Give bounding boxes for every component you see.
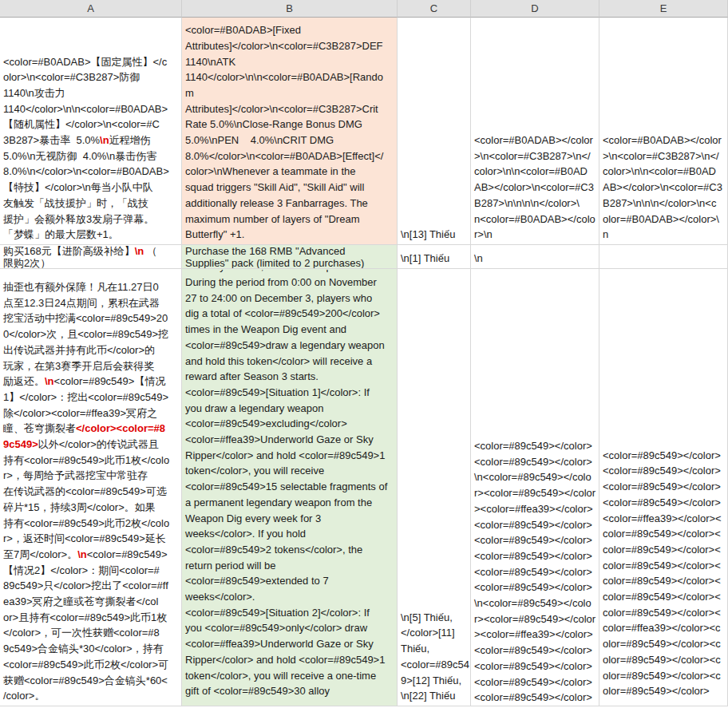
cell-text: additionally release 3 Fanbarrages. The <box>185 197 368 209</box>
text-line: 抽歪也有额外保障！凡在11.27日0 <box>3 279 179 295</box>
cell-a1[interactable]: <color=#B0ADAB>【固定属性】</color>\n<color=#C… <box>0 18 182 245</box>
cell-text: <color=#B0ADAB>[Fixed <box>185 24 301 36</box>
cell-text: 【特技】</color>\n每当小队中队 <box>3 181 153 193</box>
text-line: ><color=#ffea39></color> <box>474 627 596 643</box>
cell-text: 以外</color>的传说武器且 <box>38 438 159 450</box>
cell-text: and hold this token</color> will receive… <box>185 355 372 367</box>
cell-text: <color=#89c549></color> <box>474 676 592 688</box>
cell-d3[interactable]: <color=#89c549></color><color=#89c549></… <box>471 269 599 706</box>
cell-c3[interactable]: \n[5] Thiếu,</color>[11]Thiếu,<color=#89… <box>398 269 471 706</box>
cell-text: n <box>603 228 608 240</box>
cell-text: ><color=#ffea39></color> <box>474 628 593 640</box>
cell-text: <color=#89c549></color> <box>474 691 592 703</box>
cell-d1[interactable]: <color=#B0ADAB></color>\n<color=#C3B287>… <box>471 18 599 245</box>
cell-a3[interactable]: 抽歪也有额外保障！凡在11.27日0点至12.3日24点期间，累积在武器挖宝活动… <box>0 269 182 706</box>
cell-text: /color>。 <box>3 690 45 702</box>
cell-c1[interactable]: \n[13] Thiếu <box>398 18 471 245</box>
text-line: <color=#B0ADAB></color <box>603 133 725 148</box>
text-line: Thiếu, <box>401 641 468 657</box>
cell-text: 至7周</color>。 <box>3 548 77 560</box>
text-line: 9c549>以外</color>的传说武器且 <box>3 437 179 453</box>
text-line: r><color=#89c549></color <box>474 485 596 501</box>
cell-text: r>，每周给予武器挖宝中常驻存 <box>3 469 148 481</box>
text-line: Purchase the 168 RMB "Advanced <box>185 245 394 257</box>
cell-text: <color=#89c549></color> <box>603 496 721 508</box>
cell-text: maximum number of layers of "Dream <box>185 213 359 225</box>
cell-e2[interactable] <box>599 245 728 269</box>
text-line: r>，返还时间<color=#89c549>延长 <box>3 531 179 547</box>
text-line: <color=#B0ADAB></color <box>474 133 596 148</box>
cell-text: 5.0%\nPEN 4.0%\nCRIT DMG <box>185 134 334 146</box>
text-line: <color=#89c549></color> <box>603 448 725 464</box>
cell-text: 购买168元【进阶高级补给】 <box>3 245 135 257</box>
cell-text: Rate 5.0%\nClose-Range Bonus DMG <box>185 118 362 130</box>
text-line: 瞳、苍穹撕裂者</color><color=#8 <box>3 421 179 437</box>
red-escape-text: \n <box>77 548 87 560</box>
cell-text: Purchase the 168 RMB "Advanced <box>185 245 345 257</box>
cell-c2[interactable]: \n[1] Thiếu <box>398 245 471 269</box>
cell-text: Ripper</color> and hold <color=#89c549>1 <box>185 654 385 666</box>
cell-text: you <color=#89c549>only</color> draw <box>185 622 367 634</box>
cell-text: </color>[11] <box>401 627 455 639</box>
text-line: <color=#89c549></color> <box>474 659 596 674</box>
cell-text: n<color=#B0ADAB></colo <box>474 213 595 225</box>
cell-text: 0</color>次，且<color=#89c549>挖 <box>3 328 168 340</box>
text-line: \n[22] Thiếu <box>401 688 468 704</box>
cell-text: B287>\n\n\n</color>\n<c <box>603 197 716 209</box>
text-line: 8.0%</color>\n<color=#B0ADAB>[Effect]</ <box>185 148 394 164</box>
text-line: <color=#89c549>2 tokens</color>, the <box>185 542 394 558</box>
cell-e1[interactable]: <color=#B0ADAB></color>\n<color=#C3B287>… <box>599 18 728 245</box>
column-header-a[interactable]: A <box>0 0 182 18</box>
cell-text: <color=#89c549></color> <box>474 519 592 531</box>
cell-text: 9c549>合金镐头*30</color>，持有 <box>3 643 164 655</box>
cell-text: During the period from 0:00 on November <box>185 276 377 288</box>
text-line: 购买168元【进阶高级补给】\n （ <box>3 245 179 257</box>
cell-e3[interactable]: <color=#89c549></color><color=#89c549></… <box>599 269 728 706</box>
text-line: color>\n\n<color=#B0AD <box>603 164 725 180</box>
cell-text: <color=#89c549></color> <box>603 465 721 477</box>
column-header-e[interactable]: E <box>599 0 728 18</box>
cell-text: <color=#ffea39>Underworld Gaze or Sky <box>185 638 374 650</box>
cell-text: olor>\n<color=#C3B287>防御 <box>3 71 140 83</box>
cell-text: 抽歪也有额外保障！凡在11.27日0 <box>3 281 159 293</box>
text-line: dig a total of <color=#89c549>200</color… <box>185 306 394 322</box>
text-line: 1140</color>\n\n<color=#B0ADAB>[Rando <box>185 69 394 85</box>
text-line: weeks</color>. <box>185 589 394 605</box>
cell-text: color=#89c549></color>< <box>603 591 721 603</box>
cell-b3[interactable]: Even if you miss, there's extra protecti… <box>182 269 398 706</box>
cell-text: <color=#89c549>draw a legendary weapon <box>185 339 385 351</box>
cell-text: 1】</color>：挖出<color=#89c549> <box>3 391 168 403</box>
cell-text: ea39>冥府之瞳或苍穹撕裂者</col <box>3 595 158 607</box>
column-header-b[interactable]: B <box>182 0 398 18</box>
cell-text: weeks</color>. <box>185 591 255 603</box>
text-line: 0</color>次，且<color=#89c549>挖 <box>3 326 179 342</box>
cell-d2[interactable]: \n <box>471 245 599 269</box>
cell-text: 3B287>暴击率 5.0% <box>3 134 100 146</box>
cell-text: 9>[12] Thiếu, <box>401 674 461 686</box>
cell-text: 挖宝活动中挖满<color=#89c549>20 <box>3 312 168 324</box>
cell-text: 碎片*15，持续3周</color>。如果 <box>3 501 156 513</box>
column-header-c[interactable]: C <box>398 0 471 18</box>
cell-b2[interactable]: Purchase the 168 RMB "AdvancedSupplies" … <box>182 245 398 269</box>
text-line: 【特技】</color>\n每当小队中队 <box>3 180 179 196</box>
text-line: color=#ffea39></color><c <box>603 620 725 636</box>
text-line: <color=#89c549></color> <box>603 479 725 495</box>
cell-a2[interactable]: 购买168元【进阶高级补给】\n （限购2次） <box>0 245 182 269</box>
cell-text: weeks</color>. If you hold <box>185 528 306 540</box>
text-line: additionally release 3 Fanbarrages. The <box>185 196 394 212</box>
cell-text: reward after Season 3 starts. <box>185 370 318 382</box>
cell-text: 近程增伤 <box>109 134 151 146</box>
cell-b1[interactable]: <color=#B0ADAB>[FixedAttributes]</color>… <box>182 18 398 245</box>
cell-text: <color=#89c549></color> <box>474 456 592 468</box>
cell-text: color=#89c549></color>< <box>603 560 721 572</box>
text-line: <color=#89c549></color> <box>474 548 596 564</box>
column-header-d[interactable]: D <box>471 0 599 18</box>
cell-text: token</color>, you will receive <box>185 465 324 477</box>
cell-text: color=#89c549></color>< <box>603 607 721 619</box>
cell-text: <color=#89c549>【情况 <box>54 375 166 387</box>
text-line: Ripper</color> and hold <color=#89c549>1 <box>185 652 394 668</box>
cell-text: （ <box>144 245 157 257</box>
text-line: color>\nWhenever a teammate in the <box>185 164 394 180</box>
text-line: </color>，可一次性获赠<color=#8 <box>3 625 179 641</box>
cell-text: olor=#89c549></color><c <box>603 638 721 650</box>
